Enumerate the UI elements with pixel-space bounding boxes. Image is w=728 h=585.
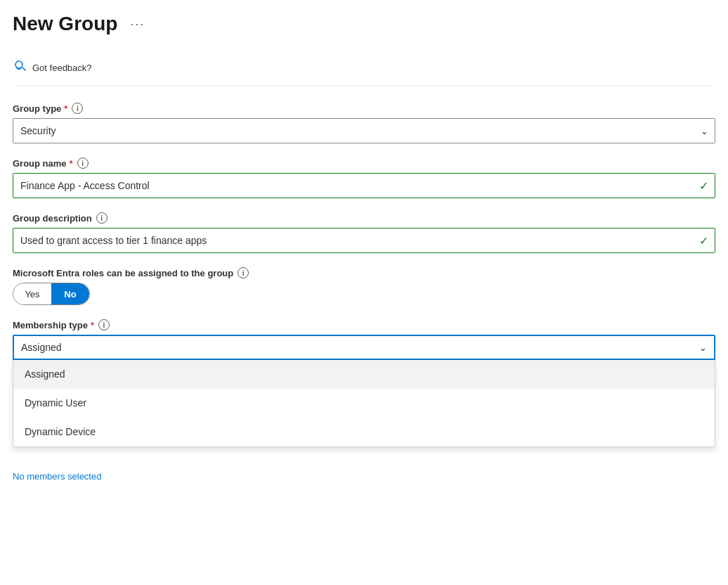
membership-type-required: * [91, 320, 94, 330]
feedback-icon [13, 59, 27, 77]
feedback-link[interactable]: Got feedback? [32, 63, 92, 73]
title-row: New Group ··· [13, 13, 715, 35]
entra-roles-info-icon[interactable]: i [238, 267, 249, 278]
group-description-input-wrapper: ✓ [13, 228, 715, 253]
toggle-yes-option[interactable]: Yes [13, 283, 51, 304]
membership-type-dropdown-wrapper: Assigned ⌄ Assigned Dynamic User Dynamic… [13, 335, 715, 447]
group-type-label: Group type * i [13, 103, 715, 114]
membership-type-label: Membership type * i [13, 319, 715, 330]
group-type-section: Group type * i Security ⌄ [13, 103, 715, 143]
membership-type-chevron-icon: ⌄ [699, 342, 707, 353]
group-description-section: Group description i ✓ [13, 212, 715, 253]
group-type-required: * [64, 103, 67, 114]
group-description-info-icon[interactable]: i [96, 212, 108, 224]
membership-type-info-icon[interactable]: i [98, 319, 110, 330]
group-name-info-icon[interactable]: i [77, 158, 89, 169]
membership-type-dropdown-menu: Assigned Dynamic User Dynamic Device [13, 360, 715, 447]
membership-option-assigned[interactable]: Assigned [13, 360, 715, 389]
group-name-required: * [70, 158, 73, 169]
no-members-link[interactable]: No members selected [13, 471, 101, 482]
ellipsis-button[interactable]: ··· [126, 15, 149, 33]
group-type-dropdown[interactable]: Security [13, 118, 715, 143]
feedback-bar: Got feedback? [13, 52, 715, 86]
entra-roles-label: Microsoft Entra roles can be assigned to… [13, 267, 715, 278]
group-description-label: Group description i [13, 212, 715, 224]
entra-roles-section: Microsoft Entra roles can be assigned to… [13, 267, 715, 305]
membership-type-section: Membership type * i Assigned ⌄ Assigned … [13, 319, 715, 447]
group-name-section: Group name * i ✓ [13, 158, 715, 198]
group-type-info-icon[interactable]: i [72, 103, 83, 114]
group-type-dropdown-wrapper: Security ⌄ [13, 118, 715, 143]
svg-point-0 [15, 61, 22, 68]
group-description-input[interactable] [13, 228, 715, 253]
membership-option-dynamic-user[interactable]: Dynamic User [13, 389, 715, 418]
group-name-label: Group name * i [13, 158, 715, 169]
page-title: New Group [13, 13, 117, 35]
toggle-row: Yes No [13, 283, 715, 305]
yes-no-toggle[interactable]: Yes No [13, 283, 90, 305]
membership-option-dynamic-device[interactable]: Dynamic Device [13, 418, 715, 446]
group-name-input[interactable] [13, 173, 715, 198]
toggle-no-option[interactable]: No [51, 283, 89, 304]
group-name-input-wrapper: ✓ [13, 173, 715, 198]
membership-type-dropdown-btn[interactable]: Assigned ⌄ [13, 335, 715, 360]
page-container: New Group ··· Got feedback? Group type *… [0, 0, 728, 585]
